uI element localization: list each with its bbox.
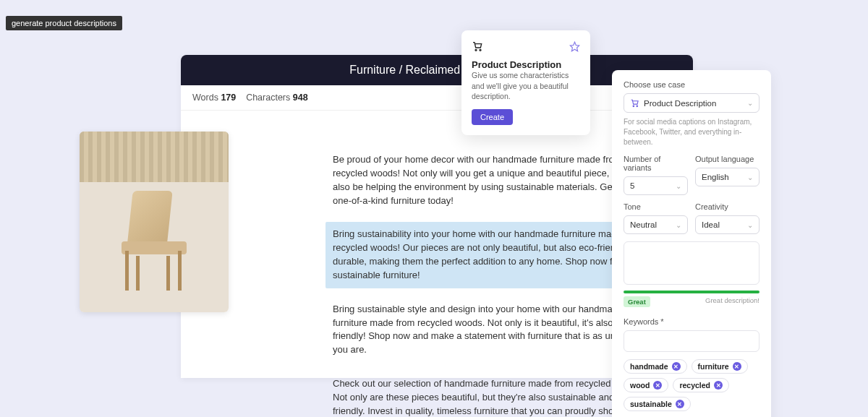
chevron-down-icon: ⌄: [676, 221, 681, 229]
description-textarea[interactable]: [624, 241, 760, 285]
language-select[interactable]: English ⌄: [695, 168, 760, 186]
tooltip-label: generate product descriptions: [6, 16, 122, 30]
variants-select[interactable]: 5 ⌄: [624, 176, 688, 195]
keyword-tag: recycled✕: [673, 378, 729, 392]
tone-select[interactable]: Neutral ⌄: [624, 215, 688, 234]
tag-label: handmade: [630, 362, 668, 371]
variants-label: Number of variants: [624, 155, 688, 172]
use-case-value: Product Description: [644, 99, 716, 108]
chevron-down-icon: ⌄: [747, 221, 753, 229]
chars-count: 948: [293, 93, 308, 103]
variants-value: 5: [630, 181, 634, 190]
side-panel: Choose use case Product Description ⌄ Fo…: [612, 70, 771, 417]
keyword-tag: handmade✕: [624, 359, 687, 374]
use-case-help: For social media captions on Instagram, …: [624, 117, 760, 147]
keyword-tag: sustainable✕: [624, 397, 691, 411]
tone-value: Neutral: [630, 220, 657, 229]
lang-label: Output language: [695, 155, 760, 163]
keyword-tag: wood✕: [624, 378, 668, 392]
quality-text: Great description!: [705, 296, 760, 307]
chevron-down-icon: ⌄: [676, 182, 681, 190]
svg-marker-2: [570, 42, 579, 51]
remove-tag-icon[interactable]: ✕: [653, 381, 662, 390]
svg-point-3: [633, 106, 634, 107]
use-case-label: Choose use case: [624, 80, 760, 89]
creativity-value: Ideal: [702, 220, 720, 229]
lang-value: English: [702, 173, 729, 181]
words-label: Words: [192, 93, 218, 103]
tone-label: Tone: [624, 202, 688, 211]
popover-title: Product Description: [472, 59, 580, 70]
remove-tag-icon[interactable]: ✕: [733, 362, 741, 371]
star-icon[interactable]: [569, 41, 580, 52]
tag-label: furniture: [698, 362, 729, 371]
remove-tag-icon[interactable]: ✕: [672, 362, 681, 371]
remove-tag-icon[interactable]: ✕: [676, 400, 684, 408]
chevron-down-icon: ⌄: [747, 99, 753, 107]
svg-point-4: [637, 106, 638, 107]
cart-icon: [472, 40, 483, 52]
use-case-select[interactable]: Product Description ⌄: [624, 93, 760, 113]
tag-label: recycled: [679, 381, 710, 390]
creativity-select[interactable]: Ideal ⌄: [695, 215, 760, 234]
quality-badge: Great: [624, 296, 650, 307]
keywords-input[interactable]: [624, 330, 760, 352]
cart-icon: [630, 98, 644, 108]
keyword-tags: handmade✕furniture✕wood✕recycled✕sustain…: [624, 359, 760, 411]
svg-point-0: [475, 49, 477, 51]
tag-label: wood: [630, 381, 650, 390]
svg-point-1: [480, 49, 481, 51]
tag-label: sustainable: [630, 400, 672, 408]
keyword-tag: furniture✕: [692, 359, 748, 374]
popover-text: Give us some characteristics and we'll g…: [472, 70, 580, 102]
remove-tag-icon[interactable]: ✕: [714, 381, 723, 390]
quality-progress: [624, 291, 760, 293]
product-image: [80, 132, 229, 312]
chevron-down-icon: ⌄: [747, 173, 753, 181]
words-count: 179: [221, 93, 236, 103]
creativity-label: Creativity: [695, 202, 760, 211]
keywords-label: Keywords *: [624, 317, 760, 326]
chars-label: Characters: [246, 93, 290, 103]
content-row: Be proud of your home decor with our han…: [80, 132, 663, 417]
product-description-popover: Product Description Give us some charact…: [461, 30, 590, 135]
create-button[interactable]: Create: [472, 109, 513, 125]
